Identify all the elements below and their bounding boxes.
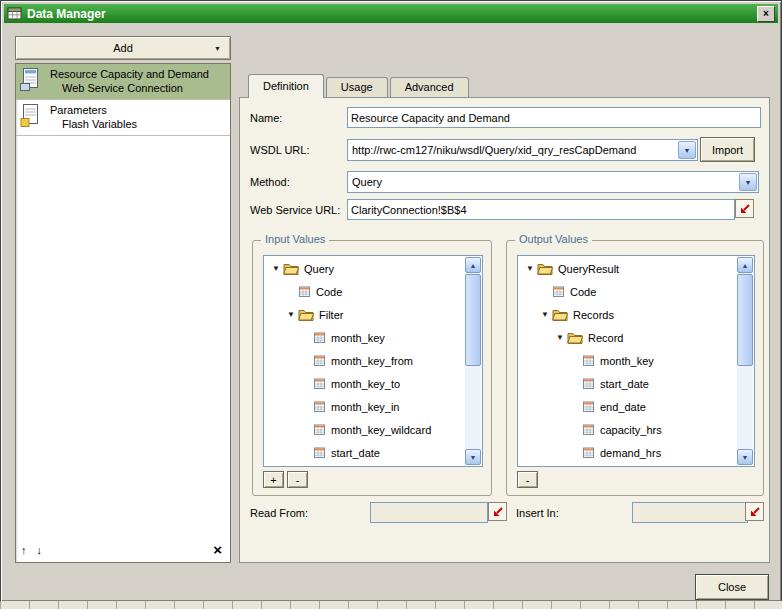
tree-node-end_date[interactable]: end_date	[519, 395, 737, 418]
tree-node-label: month_key_wildcard	[331, 424, 431, 436]
screen: Data Manager × Add ▼ Resource Capacity a…	[0, 0, 782, 609]
tree-node-label: Code	[316, 286, 342, 298]
add-button-label: Add	[113, 42, 133, 54]
scrollbar-thumb[interactable]	[465, 274, 481, 366]
connection-list: Resource Capacity and DemandWeb Service …	[15, 63, 231, 563]
tab-advanced[interactable]: Advanced	[390, 77, 469, 97]
input-tree-scrollbar[interactable]: ▲ ▼	[465, 257, 481, 465]
tree-node-capacity_hrs[interactable]: capacity_hrs	[519, 418, 737, 441]
table-icon	[582, 354, 595, 367]
import-button[interactable]: Import	[700, 137, 755, 162]
tree-node-Code[interactable]: Code	[265, 280, 465, 303]
tree-node-label: start_date	[600, 378, 649, 390]
expand-arrow-icon[interactable]: ▼	[284, 310, 298, 319]
tab-definition[interactable]: Definition	[248, 74, 324, 98]
tree-node-label: month_key_in	[331, 401, 400, 413]
table-icon	[582, 446, 595, 459]
tree-node-month_key_from[interactable]: month_key_from	[265, 349, 465, 372]
scroll-down-button[interactable]: ▼	[465, 449, 481, 465]
tree-node-month_key[interactable]: month_key	[519, 349, 737, 372]
tree-node-Code[interactable]: Code	[519, 280, 737, 303]
data-manager-dialog: Data Manager × Add ▼ Resource Capacity a…	[0, 0, 782, 602]
tree-node-label: end_date	[600, 401, 646, 413]
insert-in-cell-picker-button[interactable]	[745, 502, 764, 521]
move-down-button[interactable]: ↓	[37, 544, 43, 556]
input-add-row-button[interactable]: +	[263, 471, 284, 488]
list-item-text: ParametersFlash Variables	[50, 103, 137, 131]
titlebar-close-button[interactable]: ×	[757, 6, 775, 22]
method-dropdown-arrow-icon[interactable]: ▼	[739, 173, 757, 191]
dropdown-arrow-icon: ▼	[214, 45, 221, 52]
expand-arrow-icon[interactable]: ▼	[523, 264, 537, 273]
name-input[interactable]	[347, 107, 761, 128]
table-icon	[313, 354, 326, 367]
list-item[interactable]: Resource Capacity and DemandWeb Service …	[16, 64, 230, 100]
move-up-button[interactable]: ↑	[21, 544, 27, 556]
method-value: Query	[352, 176, 382, 188]
table-icon	[313, 446, 326, 459]
input-values-title: Input Values	[261, 233, 329, 245]
expand-arrow-icon[interactable]: ▼	[269, 264, 283, 273]
tree-node-Filter[interactable]: ▼Filter	[265, 303, 465, 326]
list-item-subtitle: Web Service Connection	[50, 81, 209, 95]
tab-usage[interactable]: Usage	[326, 77, 388, 97]
tree-node-month_key_in[interactable]: month_key_in	[265, 395, 465, 418]
minus-icon: -	[296, 474, 300, 486]
tree-node-label: Filter	[319, 309, 343, 321]
scroll-up-button[interactable]: ▲	[465, 257, 481, 273]
list-item-text: Resource Capacity and DemandWeb Service …	[50, 67, 209, 95]
folder-icon	[567, 331, 583, 344]
wsdl-dropdown-arrow-icon[interactable]: ▼	[678, 141, 696, 159]
tree-node-label: Query	[304, 263, 334, 275]
tree-node-Records[interactable]: ▼Records	[519, 303, 737, 326]
scrollbar-thumb[interactable]	[737, 274, 753, 366]
list-item[interactable]: ParametersFlash Variables	[16, 100, 230, 136]
tree-node-label: capacity_hrs	[600, 424, 662, 436]
web-service-url-cell-picker-button[interactable]	[735, 199, 754, 218]
wsdl-url-combobox[interactable]: http://rwc-cm127/niku/wsdl/Query/xid_qry…	[347, 139, 698, 161]
spreadsheet-doc-icon	[19, 67, 40, 93]
insert-in-input[interactable]	[632, 502, 748, 523]
tree-node-month_key_wildcard[interactable]: month_key_wildcard	[265, 418, 465, 441]
output-values-tree: ▼QueryResultCode▼Records▼Recordmonth_key…	[517, 255, 755, 467]
close-button[interactable]: Close	[695, 574, 769, 600]
input-values-group: Input Values ▼QueryCode▼Filtermonth_keym…	[252, 240, 492, 496]
tree-node-Query[interactable]: ▼Query	[265, 257, 465, 280]
table-icon	[313, 331, 326, 344]
definition-tab-panel: Name: WSDL URL: http://rwc-cm127/niku/ws…	[239, 97, 770, 563]
tree-node-month_key[interactable]: month_key	[265, 326, 465, 349]
wsdl-url-value: http://rwc-cm127/niku/wsdl/Query/xid_qry…	[352, 144, 636, 156]
tree-node-QueryResult[interactable]: ▼QueryResult	[519, 257, 737, 280]
read-from-cell-picker-button[interactable]	[488, 502, 507, 521]
tree-node-Record[interactable]: ▼Record	[519, 326, 737, 349]
tree-node-month_key_to[interactable]: month_key_to	[265, 372, 465, 395]
input-remove-row-button[interactable]: -	[287, 471, 308, 488]
tab-bar: DefinitionUsageAdvanced	[248, 75, 471, 98]
web-service-url-input[interactable]	[347, 199, 735, 220]
scroll-down-button[interactable]: ▼	[737, 449, 753, 465]
expand-arrow-icon[interactable]: ▼	[538, 310, 552, 319]
tree-node-demand_hrs[interactable]: demand_hrs	[519, 441, 737, 464]
window-title: Data Manager	[27, 7, 106, 21]
titlebar[interactable]: Data Manager ×	[4, 4, 778, 23]
output-remove-row-button[interactable]: -	[517, 471, 538, 488]
output-tree-scrollbar[interactable]: ▲ ▼	[737, 257, 753, 465]
tree-node-start_date[interactable]: start_date	[265, 441, 465, 464]
method-combobox[interactable]: Query ▼	[347, 171, 759, 193]
import-button-label: Import	[712, 144, 743, 156]
list-footer: ↑ ↓ ×	[21, 541, 222, 558]
scroll-up-button[interactable]: ▲	[737, 257, 753, 273]
tree-node-label: month_key_to	[331, 378, 400, 390]
expand-arrow-icon[interactable]: ▼	[553, 333, 567, 342]
read-from-input[interactable]	[370, 502, 488, 523]
delete-connection-button[interactable]: ×	[213, 541, 222, 558]
plus-icon: +	[270, 474, 276, 486]
add-button[interactable]: Add ▼	[15, 36, 231, 60]
folder-icon	[283, 262, 299, 275]
folder-icon	[552, 308, 568, 321]
folder-icon	[298, 308, 314, 321]
tree-node-label: Code	[570, 286, 596, 298]
tree-node-start_date[interactable]: start_date	[519, 372, 737, 395]
insert-in-label: Insert In:	[516, 507, 559, 519]
table-icon	[313, 423, 326, 436]
